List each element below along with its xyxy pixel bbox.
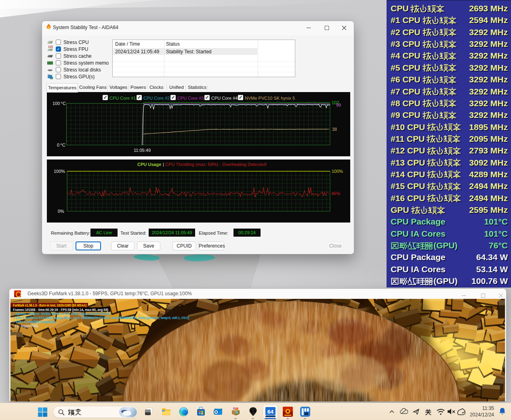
svg-text:> OpenGL renderer: NVIDIA GeFo: > OpenGL renderer: NVIDIA GeForce RTX 40…	[13, 312, 111, 316]
svg-text:0%: 0%	[58, 209, 64, 214]
svg-text:45%: 45%	[331, 191, 340, 196]
svg-text:|: |	[163, 162, 164, 167]
svg-text:FurMark v1.38.1.0 - Burn-in te: FurMark v1.38.1.0 - Burn-in test, 1920x1…	[13, 303, 86, 307]
svg-text:- F1: toggle help: - F1: toggle help	[13, 324, 38, 328]
svg-text:Frames:101558 - time:00:29:19: Frames:101558 - time:00:29:19 - FPS:59 (…	[13, 308, 108, 312]
svg-text:38: 38	[332, 127, 337, 132]
svg-text:100 °C: 100 °C	[53, 101, 66, 106]
svg-text:> GPU 2 (Intel(R) Graphics): > GPU 2 (Intel(R) Graphics)	[13, 320, 56, 324]
svg-text:0 °C: 0 °C	[57, 143, 65, 147]
svg-text:100%: 100%	[332, 169, 343, 174]
svg-text:11:05:49: 11:05:49	[134, 148, 151, 153]
svg-text:100%: 100%	[54, 169, 65, 174]
svg-text:CPU Usage: CPU Usage	[137, 162, 161, 167]
svg-text:> GPU 1 (GeForce RTX 4060 Lapt: > GPU 1 (GeForce RTX 4060 Laptop GPU) - …	[13, 316, 189, 320]
svg-text:CPU Throttling (max: 59%) - Ov: CPU Throttling (max: 59%) - Overheating …	[165, 162, 267, 167]
svg-text:64: 64	[267, 409, 274, 415]
svg-text:99: 99	[336, 103, 341, 107]
